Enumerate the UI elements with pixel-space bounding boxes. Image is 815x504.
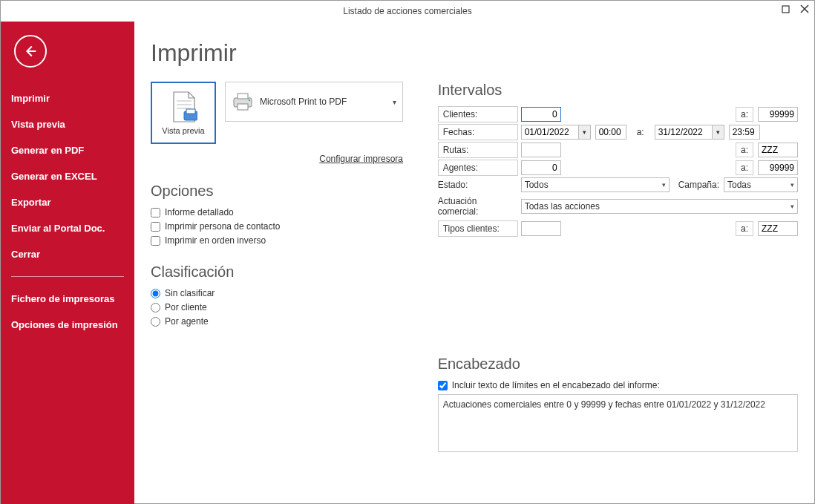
printer-select[interactable]: Microsoft Print to PDF ▾ xyxy=(225,82,403,122)
state-value: Todos xyxy=(525,180,549,190)
header-include-limits-label: Incluir texto de límites en el encabezad… xyxy=(452,380,660,390)
state-select[interactable]: Todos ▾ xyxy=(521,177,670,192)
dates-label: Fechas: xyxy=(438,124,518,140)
option-contact-label: Imprimir persona de contacto xyxy=(165,221,280,232)
sidebar-item-opciones-impresion[interactable]: Opciones de impresión xyxy=(1,312,134,338)
routes-row: a: xyxy=(521,143,798,157)
date-from-combo: ▾ xyxy=(521,125,591,140)
action-value: Todas las acciones xyxy=(525,201,600,212)
options-heading: Opciones xyxy=(151,183,408,200)
campaign-value: Todas xyxy=(727,180,751,190)
classification-client[interactable]: Por cliente xyxy=(151,302,408,312)
client-types-row: a: xyxy=(521,221,798,236)
sidebar-item-exportar[interactable]: Exportar xyxy=(1,189,134,215)
vista-previa-label: Vista previa xyxy=(162,126,204,135)
action-select[interactable]: Todas las acciones ▾ xyxy=(521,199,798,214)
agents-label: Agentes: xyxy=(438,160,518,176)
maximize-icon[interactable] xyxy=(779,2,792,16)
clients-row: a: xyxy=(521,107,798,122)
titlebar: Listado de acciones comerciales xyxy=(1,1,814,22)
agents-row: a: xyxy=(521,160,798,175)
intervals-grid: Clientes: a: Fechas: ▾ xyxy=(438,106,798,237)
chevron-down-icon: ▾ xyxy=(662,181,666,189)
svg-rect-11 xyxy=(238,104,248,110)
column-right: Intervalos Clientes: a: Fechas: xyxy=(438,82,798,455)
state-label: Estado: xyxy=(438,177,521,192)
agents-to-input[interactable] xyxy=(758,160,798,175)
sidebar-item-cerrar[interactable]: Cerrar xyxy=(1,241,134,267)
option-contact[interactable]: Imprimir persona de contacto xyxy=(151,221,408,232)
svg-rect-8 xyxy=(186,109,195,114)
option-reverse-checkbox[interactable] xyxy=(151,236,160,246)
sidebar-item-vista-previa[interactable]: Vista previa xyxy=(1,111,134,137)
date-to-input[interactable] xyxy=(655,125,713,140)
classification-agent[interactable]: Por agente xyxy=(151,316,408,327)
header-heading: Encabezado xyxy=(438,356,798,373)
window-body: Imprimir Vista previa Generar en PDF Gen… xyxy=(1,22,814,504)
time-to-input[interactable] xyxy=(729,125,760,140)
header-include-limits[interactable]: Incluir texto de límites en el encabezad… xyxy=(438,380,798,390)
clients-label: Clientes: xyxy=(438,106,518,122)
document-preview-icon xyxy=(169,91,197,123)
time-from-input[interactable] xyxy=(595,125,626,140)
date-to-dropdown-icon[interactable]: ▾ xyxy=(713,125,724,140)
sidebar-separator xyxy=(11,276,124,277)
sidebar-item-enviar-portal[interactable]: Enviar al Portal Doc. xyxy=(1,215,134,241)
classification-client-radio[interactable] xyxy=(151,303,160,312)
printer-icon xyxy=(232,91,254,112)
classification-none-label: Sin clasificar xyxy=(165,288,215,298)
vista-previa-button[interactable]: Vista previa xyxy=(151,82,216,144)
columns: Vista previa xyxy=(151,82,798,455)
routes-label: Rutas: xyxy=(438,142,518,158)
action-row: Todas las acciones ▾ xyxy=(521,199,798,214)
clients-a-label: a: xyxy=(736,107,753,122)
sidebar-item-imprimir[interactable]: Imprimir xyxy=(1,85,134,111)
agents-a-label: a: xyxy=(736,160,753,175)
action-label: Actuación comercial: xyxy=(438,194,521,219)
chevron-down-icon: ▾ xyxy=(791,181,794,189)
classification-none-radio[interactable] xyxy=(151,289,160,298)
back-button[interactable] xyxy=(14,35,47,68)
classification-none[interactable]: Sin clasificar xyxy=(151,288,408,298)
classification-client-label: Por cliente xyxy=(165,302,207,312)
option-detailed[interactable]: Informe detallado xyxy=(151,207,408,217)
column-left: Vista previa xyxy=(151,82,408,455)
sidebar-item-fichero-impresoras[interactable]: Fichero de impresoras xyxy=(1,286,134,312)
option-detailed-label: Informe detallado xyxy=(165,207,234,217)
agents-from-input[interactable] xyxy=(521,160,561,175)
option-reverse[interactable]: Imprimir en orden inverso xyxy=(151,235,408,246)
date-from-dropdown-icon[interactable]: ▾ xyxy=(579,125,591,140)
date-from-input[interactable] xyxy=(521,125,579,140)
routes-from-input[interactable] xyxy=(521,143,561,157)
client-types-from-input[interactable] xyxy=(521,221,561,236)
clients-to-input[interactable] xyxy=(758,107,798,122)
config-printer-row: Configurar impresora xyxy=(151,151,403,165)
routes-to-input[interactable] xyxy=(758,143,798,157)
printer-name: Microsoft Print to PDF xyxy=(260,96,387,107)
close-icon[interactable] xyxy=(798,2,811,16)
campaign-select[interactable]: Todas ▾ xyxy=(724,177,798,192)
classification-agent-label: Por agente xyxy=(165,316,209,327)
classification-heading: Clasificación xyxy=(151,264,408,281)
option-detailed-checkbox[interactable] xyxy=(151,208,160,217)
date-to-combo: ▾ xyxy=(655,125,724,140)
sidebar: Imprimir Vista previa Generar en PDF Gen… xyxy=(1,22,134,504)
window-title: Listado de acciones comerciales xyxy=(343,6,471,16)
option-contact-checkbox[interactable] xyxy=(151,222,160,232)
clients-from-input[interactable] xyxy=(521,107,561,122)
sidebar-item-generar-excel[interactable]: Generar en EXCEL xyxy=(1,163,134,189)
dates-row: ▾ a: ▾ xyxy=(521,125,798,140)
config-printer-link[interactable]: Configurar impresora xyxy=(319,154,403,164)
preview-row: Vista previa xyxy=(151,82,408,144)
classification-agent-radio[interactable] xyxy=(151,317,160,327)
sidebar-item-generar-pdf[interactable]: Generar en PDF xyxy=(1,137,134,163)
header-textarea[interactable] xyxy=(438,394,798,452)
client-types-label: Tipos clientes: xyxy=(438,220,518,237)
chevron-down-icon: ▾ xyxy=(393,98,396,106)
header-include-limits-checkbox[interactable] xyxy=(438,381,448,390)
main-panel: Imprimir xyxy=(134,22,814,504)
svg-point-12 xyxy=(249,99,250,101)
page-title: Imprimir xyxy=(151,39,798,67)
client-types-to-input[interactable] xyxy=(758,221,798,236)
chevron-down-icon: ▾ xyxy=(791,203,794,210)
